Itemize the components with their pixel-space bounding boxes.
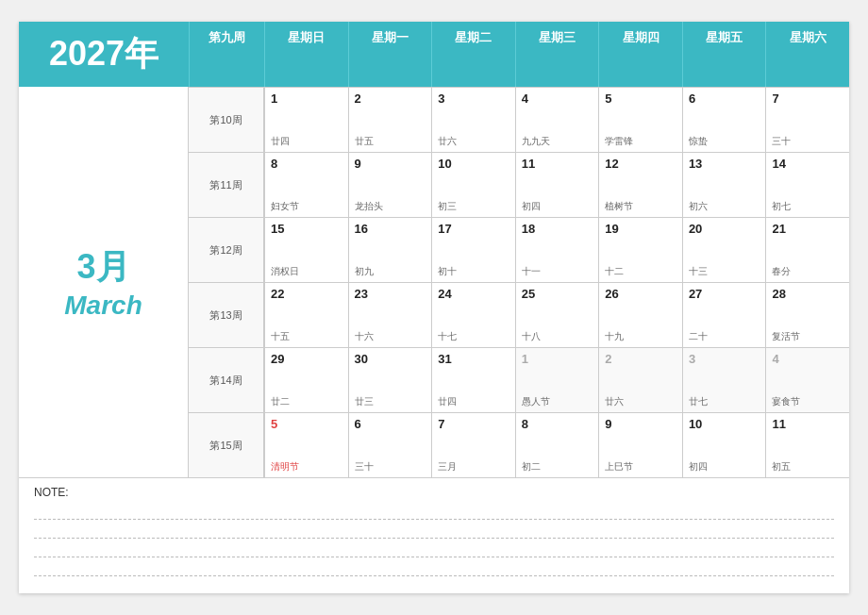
day-cell: 15消权日 (264, 218, 348, 282)
day-lunar: 初四 (522, 200, 593, 213)
day-lunar: 初四 (689, 460, 760, 474)
day-number: 7 (772, 91, 843, 106)
day-lunar: 上巳节 (605, 460, 676, 474)
day-lunar: 廿四 (271, 135, 342, 148)
day-number: 9 (355, 157, 426, 171)
day-cell: 8妇女节 (264, 153, 348, 217)
friday-header: 星期五 (682, 22, 766, 87)
day-lunar: 九九天 (522, 135, 593, 148)
day-number: 6 (355, 417, 426, 431)
day-cell: 26十九 (598, 283, 682, 347)
day-lunar: 惊蛰 (689, 135, 760, 148)
day-number: 7 (438, 417, 509, 431)
day-number: 20 (689, 222, 760, 236)
day-cell: 22十五 (264, 283, 348, 347)
day-number: 1 (271, 91, 342, 106)
day-number: 4 (772, 352, 843, 366)
day-lunar: 三十 (355, 460, 426, 474)
day-number: 1 (522, 352, 593, 366)
day-cell: 30廿三 (348, 348, 432, 412)
day-number: 15 (271, 222, 342, 236)
day-number: 22 (271, 287, 342, 301)
day-cell: 29廿二 (264, 348, 348, 412)
day-lunar: 十七 (438, 330, 509, 343)
week-row: 第13周22十五23十六24十七25十八26十九27二十28复活节 (189, 282, 849, 347)
tuesday-header: 星期二 (431, 22, 515, 87)
day-number: 24 (438, 287, 509, 301)
day-cell: 10初三 (431, 153, 515, 217)
day-number: 25 (522, 287, 593, 301)
week-num: 第15周 (189, 413, 264, 477)
day-number: 12 (605, 157, 676, 171)
note-line-4 (34, 559, 834, 576)
day-lunar: 消权日 (271, 265, 342, 278)
day-cell: 28复活节 (765, 283, 849, 347)
day-lunar: 三月 (438, 460, 509, 474)
month-en-label: March (64, 291, 142, 321)
day-lunar: 初九 (355, 265, 426, 278)
day-number: 4 (522, 91, 593, 106)
day-number: 31 (438, 352, 509, 366)
day-number: 27 (689, 287, 760, 301)
week-num: 第11周 (189, 153, 264, 217)
day-lunar: 十三 (689, 265, 760, 278)
day-cell: 25十八 (515, 283, 599, 347)
day-number: 10 (438, 157, 509, 171)
day-cell: 9龙抬头 (348, 153, 432, 217)
week-row: 第15周5清明节6三十7三月8初二9上巳节10初四11初五 (189, 412, 849, 477)
day-cell: 11初四 (515, 153, 599, 217)
day-lunar: 廿七 (689, 395, 760, 408)
day-cell: 31廿四 (431, 348, 515, 412)
week-row: 第10周1廿四2廿五3廿六4九九天5学雷锋6惊蛰7三十 (189, 87, 849, 152)
week-row: 第11周8妇女节9龙抬头10初三11初四12植树节13初六14初七 (189, 152, 849, 217)
note-line-3 (34, 540, 834, 557)
day-number: 6 (689, 91, 760, 106)
year-label: 2027年 (49, 31, 159, 77)
day-number: 23 (355, 287, 426, 301)
day-cell: 1愚人节 (515, 348, 599, 412)
month-section: 3月 March 第10周1廿四2廿五3廿六4九九天5学雷锋6惊蛰7三十第11周… (19, 87, 849, 477)
day-lunar: 初六 (689, 200, 760, 213)
day-headers: 第九周 星期日 星期一 星期二 星期三 星期四 星期五 星期六 (189, 22, 849, 87)
year-cell: 2027年 (19, 22, 189, 87)
note-line-1 (34, 503, 834, 520)
day-number: 8 (271, 157, 342, 171)
day-number: 13 (689, 157, 760, 171)
day-cell: 10初四 (682, 413, 766, 477)
calendar-header: 2027年 第九周 星期日 星期一 星期二 星期三 星期四 星期五 星期六 (19, 22, 849, 87)
weeks-container: 第10周1廿四2廿五3廿六4九九天5学雷锋6惊蛰7三十第11周8妇女节9龙抬头1… (189, 87, 849, 477)
day-lunar: 廿六 (605, 395, 676, 408)
day-lunar: 十八 (522, 330, 593, 343)
day-lunar: 廿三 (355, 395, 426, 408)
day-number: 10 (689, 417, 760, 431)
day-lunar: 廿六 (438, 135, 509, 148)
day-cell: 6三十 (348, 413, 432, 477)
day-number: 18 (522, 222, 593, 236)
day-number: 2 (605, 352, 676, 366)
week-row: 第14周29廿二30廿三31廿四1愚人节2廿六3廿七4宴食节 (189, 347, 849, 412)
day-lunar: 妇女节 (271, 200, 342, 213)
day-lunar: 初五 (772, 460, 843, 474)
day-number: 29 (271, 352, 342, 366)
day-cell: 9上巳节 (598, 413, 682, 477)
day-number: 16 (355, 222, 426, 236)
day-number: 30 (355, 352, 426, 366)
day-number: 5 (271, 417, 342, 431)
day-number: 5 (605, 91, 676, 106)
day-cell: 7三十 (765, 88, 849, 152)
week-num: 第12周 (189, 218, 264, 282)
day-lunar: 初十 (438, 265, 509, 278)
day-cell: 1廿四 (264, 88, 348, 152)
day-lunar: 廿五 (355, 135, 426, 148)
day-lunar: 廿四 (438, 395, 509, 408)
wednesday-header: 星期三 (515, 22, 599, 87)
day-cell: 4九九天 (515, 88, 599, 152)
day-cell: 27二十 (682, 283, 766, 347)
day-lunar: 初七 (772, 200, 843, 213)
day-lunar: 春分 (772, 265, 843, 278)
day-number: 3 (689, 352, 760, 366)
day-cell: 16初九 (348, 218, 432, 282)
day-number: 19 (605, 222, 676, 236)
day-number: 26 (605, 287, 676, 301)
day-cell: 21春分 (765, 218, 849, 282)
